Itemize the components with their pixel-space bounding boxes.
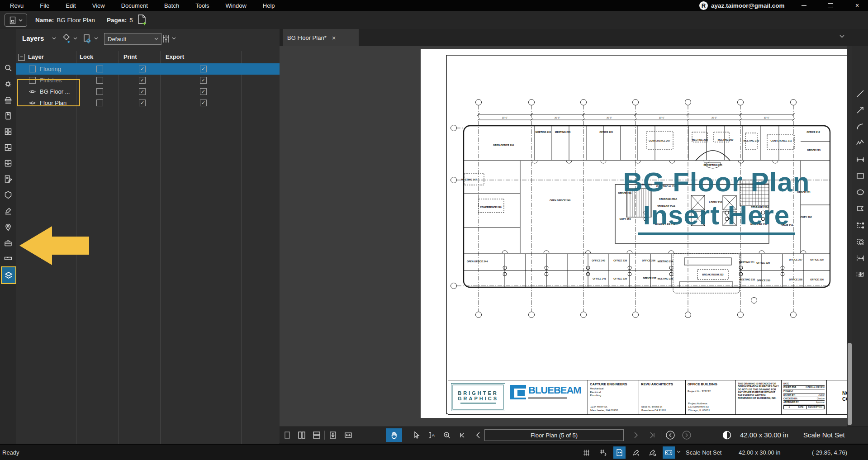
layer-row-flooring[interactable]: Flooring <box>16 63 280 75</box>
line-tool[interactable] <box>854 88 866 100</box>
menu-batch[interactable]: Batch <box>164 2 179 9</box>
menu-tools[interactable]: Tools <box>195 2 209 9</box>
chevron-down-icon[interactable] <box>73 37 77 40</box>
maximize-button[interactable] <box>824 0 837 11</box>
split-horizontal-view-icon[interactable] <box>311 430 322 441</box>
single-page-view-icon[interactable] <box>282 430 293 441</box>
page-select-box[interactable]: Floor Plan (5 of 5) <box>484 429 624 441</box>
signatures-pen-icon[interactable] <box>1 205 15 218</box>
fit-page-icon[interactable] <box>327 430 338 441</box>
add-layer-icon[interactable] <box>62 34 71 44</box>
search-icon[interactable] <box>1 62 15 75</box>
layer-print-checkbox[interactable] <box>139 88 146 95</box>
select-tool[interactable] <box>411 430 422 441</box>
count-measure-tool[interactable] <box>854 269 866 280</box>
sidebar-item-layers-active[interactable] <box>1 266 16 284</box>
layer-lock-checkbox[interactable] <box>96 88 103 95</box>
first-page-button[interactable] <box>457 430 468 441</box>
measurements-ruler-icon[interactable] <box>1 252 15 265</box>
layer-print-checkbox[interactable] <box>139 77 146 84</box>
thumbnails-icon[interactable] <box>1 125 15 138</box>
tab-bg-floor-plan[interactable]: BG Floor Plan* × <box>283 29 359 46</box>
places-pin-icon[interactable] <box>1 221 15 233</box>
snap-to-markup-icon[interactable] <box>630 446 642 459</box>
vertical-scrollbar[interactable] <box>847 46 852 427</box>
document-canvas[interactable]: OPEN OFFICE 200MEETING 201MEETING 203OFF… <box>280 46 868 427</box>
bluebeam-logo-icon <box>510 385 526 399</box>
menu-help[interactable]: Help <box>263 2 275 9</box>
layer-print-checkbox[interactable] <box>139 100 146 106</box>
tab-list-chevron-icon[interactable] <box>840 35 844 38</box>
layer-export-checkbox[interactable] <box>200 100 207 106</box>
layer-filter-icon[interactable] <box>161 34 170 44</box>
layer-lock-checkbox[interactable] <box>96 66 103 72</box>
layer-from-page-icon[interactable] <box>82 34 92 44</box>
layer-lock-checkbox[interactable] <box>96 100 103 106</box>
menu-file[interactable]: File <box>40 2 49 9</box>
layer-print-checkbox[interactable] <box>139 66 146 72</box>
arc-tool[interactable] <box>854 121 866 133</box>
minimize-button[interactable] <box>797 0 811 11</box>
snap-to-content-icon[interactable] <box>646 446 659 459</box>
text-line: Plumbing <box>590 394 637 398</box>
layer-export-checkbox[interactable] <box>200 88 207 95</box>
spaces-icon[interactable] <box>1 141 15 154</box>
menu-revu[interactable]: Revu <box>10 2 24 9</box>
status-scale[interactable]: Scale Not Set <box>686 449 722 456</box>
menu-edit[interactable]: Edit <box>66 2 76 9</box>
previous-view-button[interactable] <box>665 430 676 441</box>
area-measure-tool[interactable] <box>854 219 866 231</box>
document-tab-bar: BG Floor Plan* × <box>280 29 868 46</box>
layer-export-checkbox[interactable] <box>200 77 207 84</box>
grid-icon[interactable] <box>580 446 593 459</box>
snap-to-grid-icon[interactable] <box>597 446 609 459</box>
sets-icon[interactable] <box>1 157 15 170</box>
menu-window[interactable]: Window <box>226 2 247 9</box>
document-menu-button[interactable] <box>5 14 27 27</box>
menu-document[interactable]: Document <box>121 2 148 9</box>
last-page-button[interactable] <box>647 430 658 441</box>
account-area[interactable]: R ayaz.taimoor@gmail.com <box>699 0 784 11</box>
close-button[interactable]: × <box>850 0 864 11</box>
previous-page-button[interactable] <box>473 430 484 441</box>
polygon-tool[interactable] <box>854 203 866 215</box>
layer-visibility-checkbox[interactable] <box>29 66 36 72</box>
dark-mode-contrast-icon[interactable] <box>721 430 732 441</box>
next-page-button[interactable] <box>630 430 641 441</box>
arrow-tool[interactable] <box>854 104 866 116</box>
menu-view[interactable]: View <box>92 2 105 9</box>
ellipse-tool[interactable] <box>854 186 866 198</box>
properties-gear-icon[interactable] <box>1 78 15 90</box>
tool-chest-icon[interactable] <box>1 237 15 249</box>
layer-export-checkbox[interactable] <box>200 66 207 72</box>
layer-profile-select[interactable]: Default <box>104 33 161 45</box>
markups-icon[interactable] <box>1 173 15 185</box>
chevron-down-icon[interactable] <box>52 37 56 40</box>
select-text-tool[interactable]: A <box>426 430 437 441</box>
menu-bar: RevuFileEditViewDocumentBatchToolsWindow… <box>10 0 275 11</box>
length-measure-tool[interactable] <box>854 252 866 264</box>
studio-icon[interactable] <box>1 189 15 201</box>
polyline-tool[interactable] <box>854 137 866 149</box>
dimension-tool[interactable] <box>854 154 866 166</box>
scrollbar-thumb[interactable] <box>848 343 852 425</box>
layer-lock-checkbox[interactable] <box>96 77 103 84</box>
rectangle-tool[interactable] <box>854 170 866 182</box>
cutout-measure-tool[interactable] <box>854 236 866 248</box>
tab-close-icon[interactable]: × <box>332 34 336 42</box>
fit-width-icon[interactable] <box>343 430 354 441</box>
collapse-all-box[interactable]: – <box>18 54 25 61</box>
zoom-tool[interactable] <box>441 430 452 441</box>
file-access-icon[interactable] <box>1 94 15 106</box>
chevron-down-icon[interactable] <box>172 37 176 40</box>
split-vertical-view-icon[interactable] <box>296 430 307 441</box>
next-view-button[interactable] <box>681 430 692 441</box>
chevron-down-icon[interactable] <box>677 451 681 453</box>
chevron-down-icon[interactable] <box>94 37 98 40</box>
scale-readout[interactable]: Scale Not Set <box>803 431 845 439</box>
reuse-markup-icon[interactable] <box>613 446 626 459</box>
pan-tool-active[interactable] <box>386 428 402 442</box>
sync-views-icon[interactable] <box>663 446 675 459</box>
insert-page-button[interactable] <box>136 14 148 26</box>
bookmarks-icon[interactable] <box>1 109 15 122</box>
